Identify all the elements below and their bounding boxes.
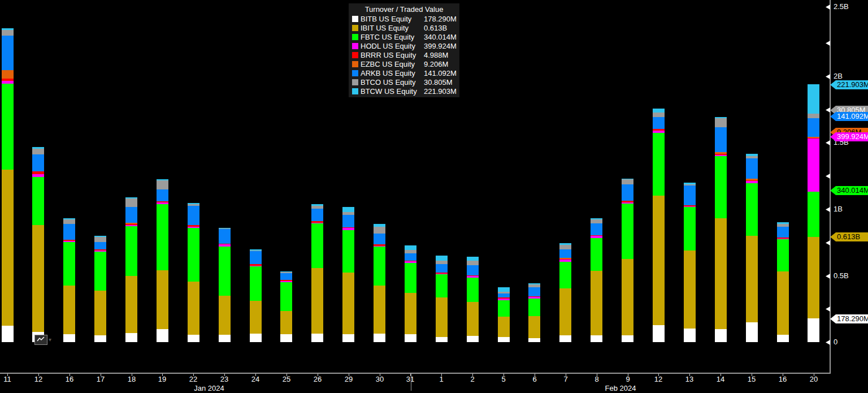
legend-item-brrr[interactable]: BRRR US Equity4.988M bbox=[352, 50, 456, 59]
segment-ibit[interactable] bbox=[157, 270, 168, 329]
segment-btco[interactable] bbox=[684, 184, 696, 185]
segment-btcw[interactable] bbox=[684, 183, 696, 184]
segment-arkb[interactable] bbox=[2, 36, 14, 70]
segment-ezbc[interactable] bbox=[559, 258, 571, 259]
segment-brrr[interactable] bbox=[684, 205, 696, 206]
segment-btcw[interactable] bbox=[498, 287, 510, 292]
segment-hodl[interactable] bbox=[374, 246, 385, 247]
segment-hodl[interactable] bbox=[808, 139, 819, 192]
segment-btco[interactable] bbox=[498, 292, 510, 293]
segment-fbtc[interactable] bbox=[559, 262, 571, 288]
segment-btco[interactable] bbox=[219, 228, 231, 229]
segment-btco[interactable] bbox=[157, 180, 168, 189]
segment-btco[interactable] bbox=[250, 251, 262, 251]
segment-fbtc[interactable] bbox=[653, 133, 665, 196]
segment-ibit[interactable] bbox=[498, 317, 510, 337]
segment-arkb[interactable] bbox=[808, 118, 819, 137]
segment-hodl[interactable] bbox=[2, 81, 14, 84]
segment-fbtc[interactable] bbox=[436, 274, 448, 297]
segment-ibit[interactable] bbox=[219, 296, 231, 335]
segment-ibit[interactable] bbox=[622, 259, 633, 335]
legend-item-fbtc[interactable]: FBTC US Equity340.014M bbox=[352, 32, 456, 41]
segment-ibit[interactable] bbox=[591, 271, 602, 335]
segment-arkb[interactable] bbox=[157, 189, 168, 201]
segment-btco[interactable] bbox=[436, 261, 448, 264]
segment-fbtc[interactable] bbox=[311, 223, 323, 268]
segment-hodl[interactable] bbox=[777, 239, 789, 239]
segment-bitb[interactable] bbox=[280, 334, 292, 342]
segment-arkb[interactable] bbox=[280, 273, 292, 280]
segment-btcw[interactable] bbox=[63, 218, 75, 219]
segment-arkb[interactable] bbox=[436, 264, 448, 273]
segment-bitb[interactable] bbox=[559, 335, 571, 342]
legend-item-btco[interactable]: BTCO US Equity30.805M bbox=[352, 77, 456, 87]
segment-brrr[interactable] bbox=[374, 244, 385, 246]
segment-bitb[interactable] bbox=[622, 335, 633, 342]
segment-btcw[interactable] bbox=[405, 245, 416, 250]
segment-bitb[interactable] bbox=[498, 337, 510, 342]
segment-btco[interactable] bbox=[808, 114, 819, 118]
segment-bitb[interactable] bbox=[219, 335, 231, 342]
segment-brrr[interactable] bbox=[219, 244, 231, 244]
segment-fbtc[interactable] bbox=[528, 299, 540, 316]
segment-btco[interactable] bbox=[374, 227, 385, 234]
bar-jan-22[interactable] bbox=[188, 0, 199, 373]
segment-arkb[interactable] bbox=[528, 287, 540, 296]
bar-jan-11[interactable] bbox=[2, 0, 14, 373]
segment-ibit[interactable] bbox=[94, 291, 106, 335]
segment-arkb[interactable] bbox=[250, 251, 262, 264]
segment-hodl[interactable] bbox=[157, 202, 168, 204]
segment-ibit[interactable] bbox=[746, 236, 758, 322]
segment-btcw[interactable] bbox=[311, 204, 323, 206]
segment-ibit[interactable] bbox=[188, 282, 199, 335]
segment-fbtc[interactable] bbox=[125, 226, 137, 276]
segment-arkb[interactable] bbox=[219, 229, 231, 244]
segment-btco[interactable] bbox=[2, 30, 14, 36]
segment-brrr[interactable] bbox=[2, 79, 14, 81]
segment-arkb[interactable] bbox=[342, 215, 354, 227]
segment-brrr[interactable] bbox=[32, 171, 44, 174]
segment-btcw[interactable] bbox=[342, 207, 354, 212]
segment-brrr[interactable] bbox=[715, 154, 727, 155]
segment-btcw[interactable] bbox=[559, 243, 571, 245]
segment-brrr[interactable] bbox=[311, 221, 323, 223]
segment-fbtc[interactable] bbox=[591, 238, 602, 271]
bar-feb-12[interactable] bbox=[653, 0, 665, 373]
segment-ezbc[interactable] bbox=[808, 137, 819, 138]
segment-arkb[interactable] bbox=[374, 234, 385, 244]
segment-hodl[interactable] bbox=[591, 236, 602, 238]
segment-brrr[interactable] bbox=[280, 280, 292, 281]
segment-bitb[interactable] bbox=[436, 337, 448, 342]
segment-hodl[interactable] bbox=[436, 274, 448, 274]
segment-btcw[interactable] bbox=[808, 84, 819, 114]
segment-btco[interactable] bbox=[32, 149, 44, 154]
segment-hodl[interactable] bbox=[250, 266, 262, 266]
segment-arkb[interactable] bbox=[125, 207, 137, 223]
segment-arkb[interactable] bbox=[63, 224, 75, 240]
legend-item-bitb[interactable]: BITB US Equity178.290M bbox=[352, 14, 456, 23]
bar-jan-26[interactable] bbox=[311, 0, 323, 373]
segment-hodl[interactable] bbox=[528, 297, 540, 299]
segment-btcw[interactable] bbox=[94, 236, 106, 237]
legend-item-hodl[interactable]: HODL US Equity399.924M bbox=[352, 41, 456, 50]
bar-feb-20[interactable] bbox=[808, 0, 819, 373]
segment-bitb[interactable] bbox=[311, 334, 323, 342]
segment-fbtc[interactable] bbox=[32, 177, 44, 225]
segment-ibit[interactable] bbox=[374, 286, 385, 334]
segment-brrr[interactable] bbox=[157, 201, 168, 202]
segment-brrr[interactable] bbox=[125, 224, 137, 225]
segment-arkb[interactable] bbox=[684, 185, 696, 205]
segment-hodl[interactable] bbox=[219, 244, 231, 247]
segment-fbtc[interactable] bbox=[808, 192, 819, 237]
segment-bitb[interactable] bbox=[63, 334, 75, 342]
segment-fbtc[interactable] bbox=[746, 183, 758, 236]
segment-btco[interactable] bbox=[777, 224, 789, 227]
segment-fbtc[interactable] bbox=[467, 278, 479, 302]
segment-arkb[interactable] bbox=[622, 184, 633, 201]
segment-brrr[interactable] bbox=[808, 138, 819, 139]
segment-ezbc[interactable] bbox=[2, 70, 14, 79]
bar-feb-15[interactable] bbox=[746, 0, 758, 373]
segment-brrr[interactable] bbox=[528, 296, 540, 297]
segment-fbtc[interactable] bbox=[188, 228, 199, 282]
segment-arkb[interactable] bbox=[405, 253, 416, 261]
